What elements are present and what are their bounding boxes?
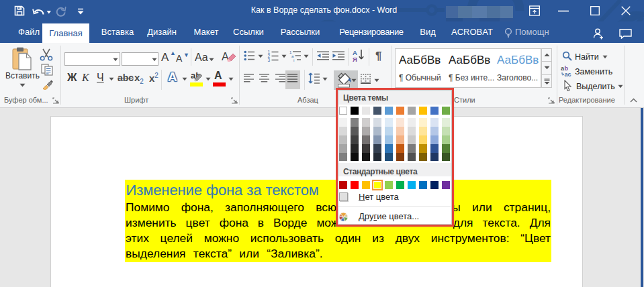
svg-text:ac: ac <box>565 71 571 77</box>
svg-text:i: i <box>293 58 294 62</box>
svg-text:3: 3 <box>268 58 271 62</box>
svg-text:Я: Я <box>353 56 357 62</box>
